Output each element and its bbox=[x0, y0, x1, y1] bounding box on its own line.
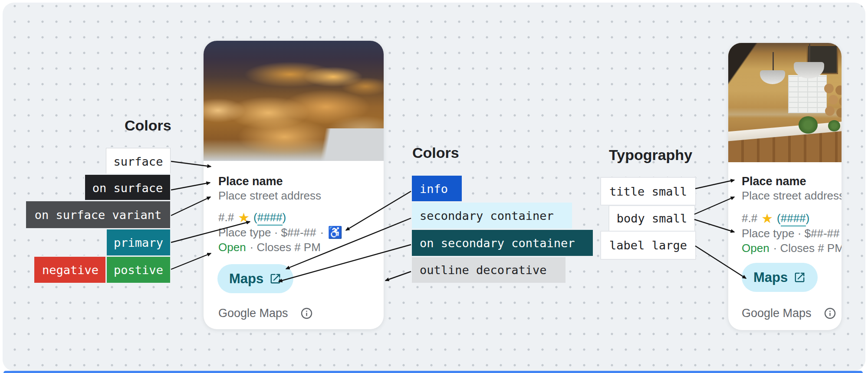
type-price-row: Place type · $##-## bbox=[742, 227, 839, 240]
open-in-new-icon bbox=[793, 271, 806, 284]
photo-breads bbox=[824, 84, 834, 93]
rating-row: #.# ★ (####) bbox=[218, 211, 286, 224]
bakery-photo bbox=[204, 41, 384, 161]
photo-tiles bbox=[788, 75, 827, 113]
star-icon: ★ bbox=[238, 211, 250, 224]
place-card-small: Place name Place street address #.# ★ (#… bbox=[728, 43, 842, 330]
reviews-link[interactable]: (####) bbox=[253, 211, 286, 224]
swatch-surface: surface bbox=[106, 148, 170, 175]
rating-row: #.# ★ (####) bbox=[742, 212, 809, 225]
footer-label: Google Maps bbox=[742, 307, 812, 320]
swatch-on-surface: on surface bbox=[85, 175, 170, 201]
swatch-on-surface-variant: on surface variant bbox=[26, 201, 170, 228]
place-card-large: Place name Place street address #.# ★ (#… bbox=[203, 40, 384, 330]
closes-text: · Closes # PM bbox=[250, 241, 321, 254]
info-icon[interactable] bbox=[824, 307, 836, 320]
swatch-outline-decorative: outline decorative bbox=[412, 257, 566, 283]
footer-label: Google Maps bbox=[218, 307, 288, 320]
street-address: Place street address bbox=[218, 189, 321, 203]
star-icon: ★ bbox=[761, 212, 773, 225]
accessible-icon: ♿ bbox=[328, 227, 342, 239]
photo-plant bbox=[828, 120, 840, 131]
bottom-accent-bar bbox=[3, 371, 863, 373]
open-hours-row: Open · Closes # PM bbox=[742, 242, 842, 255]
typography-title-small: title small bbox=[600, 177, 696, 206]
typography-heading: Typography bbox=[609, 147, 692, 164]
design-spec-canvas: Colors Colors Typography surface on surf… bbox=[0, 0, 868, 373]
place-name: Place name bbox=[742, 175, 806, 188]
swatch-negative: negative bbox=[34, 257, 106, 283]
maps-button[interactable]: Maps bbox=[217, 264, 293, 293]
type-price-text: Place type · $##-## bbox=[742, 227, 839, 240]
place-name: Place name bbox=[218, 175, 283, 188]
cafe-photo bbox=[728, 43, 842, 162]
swatch-on-secondary-container: on secondary container bbox=[412, 230, 593, 256]
street-address: Place street address bbox=[742, 189, 842, 203]
photo-plant bbox=[799, 116, 818, 134]
type-price-row: Place type · $##-## · ♿ bbox=[218, 226, 342, 239]
left-colors-heading: Colors bbox=[125, 117, 171, 134]
card-footer: Google Maps bbox=[218, 307, 313, 320]
typography-body-small: body small bbox=[608, 205, 695, 232]
swatch-primary: primary bbox=[107, 229, 170, 256]
maps-button[interactable]: Maps bbox=[742, 263, 818, 292]
dot-separator: · bbox=[320, 226, 324, 239]
swatch-postive: postive bbox=[107, 257, 170, 283]
open-status: Open bbox=[742, 242, 769, 255]
photo-marble-counter bbox=[301, 128, 384, 161]
open-hours-row: Open · Closes # PM bbox=[218, 241, 321, 254]
swatch-secondary-container: secondary container bbox=[412, 203, 572, 229]
rating-value: #.# bbox=[218, 211, 234, 224]
middle-colors-heading: Colors bbox=[412, 144, 459, 161]
reviews-link[interactable]: (####) bbox=[777, 212, 809, 225]
info-icon[interactable] bbox=[300, 307, 313, 320]
type-price-text: Place type · $##-## bbox=[218, 226, 316, 239]
typography-label-large: label large bbox=[600, 231, 696, 260]
open-in-new-icon bbox=[269, 272, 282, 285]
swatch-info: info bbox=[412, 176, 462, 202]
card-footer: Google Maps bbox=[742, 307, 836, 320]
rating-value: #.# bbox=[742, 212, 757, 225]
closes-text: · Closes # PM bbox=[773, 242, 842, 255]
open-status: Open bbox=[218, 241, 246, 254]
